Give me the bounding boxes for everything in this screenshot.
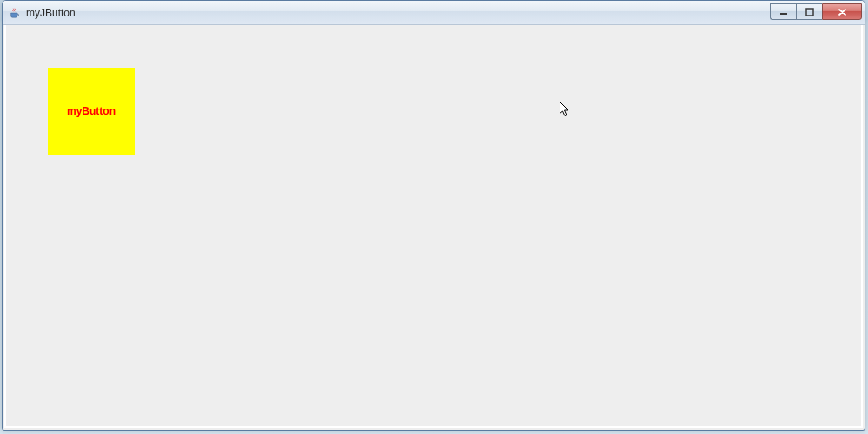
java-cup-icon bbox=[8, 6, 22, 20]
minimize-button[interactable] bbox=[770, 3, 796, 20]
close-button[interactable] bbox=[822, 3, 862, 20]
content-pane: myButton bbox=[4, 25, 863, 428]
titlebar[interactable]: myJButton bbox=[3, 1, 865, 25]
my-button[interactable]: myButton bbox=[48, 68, 135, 155]
window-title: myJButton bbox=[26, 7, 770, 19]
svg-rect-1 bbox=[806, 9, 813, 16]
maximize-button[interactable] bbox=[796, 3, 822, 20]
application-window: myJButton myButton bbox=[2, 0, 865, 431]
window-controls bbox=[770, 3, 862, 20]
svg-rect-0 bbox=[780, 13, 787, 15]
